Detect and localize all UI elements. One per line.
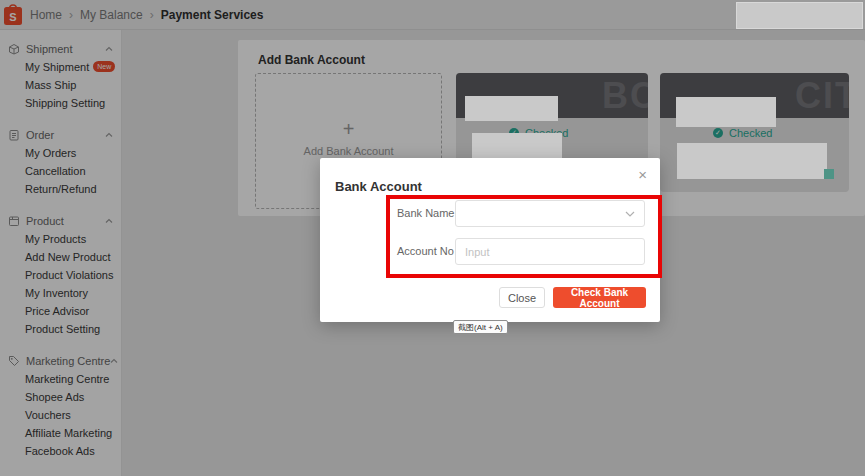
redaction-block: [472, 133, 562, 161]
account-no-input[interactable]: [455, 238, 645, 265]
bank-account-modal: × Bank Account Bank Name Account No Clos…: [320, 158, 660, 322]
account-no-label: Account No: [397, 245, 454, 257]
redaction-block: [465, 96, 558, 121]
close-icon[interactable]: ×: [638, 167, 647, 182]
payment-services-page: S Home › My Balance › Payment Services S…: [0, 0, 865, 476]
screenshot-shortcut-tooltip: 截图(Alt + A): [453, 320, 508, 334]
partially-hidden-link: [824, 169, 834, 179]
bank-name-label: Bank Name: [397, 207, 454, 219]
chevron-down-icon: [625, 211, 635, 217]
check-bank-account-button[interactable]: Check Bank Account: [553, 287, 646, 308]
redaction-block: [677, 143, 827, 179]
close-button[interactable]: Close: [499, 287, 545, 308]
modal-buttons: Close Check Bank Account: [320, 287, 660, 309]
account-no-row: Account No: [320, 238, 660, 265]
bank-name-select[interactable]: [455, 200, 645, 227]
modal-title: Bank Account: [335, 179, 422, 194]
redaction-block: [676, 97, 776, 127]
bank-name-row: Bank Name: [320, 200, 660, 227]
redaction-block: [736, 2, 863, 29]
